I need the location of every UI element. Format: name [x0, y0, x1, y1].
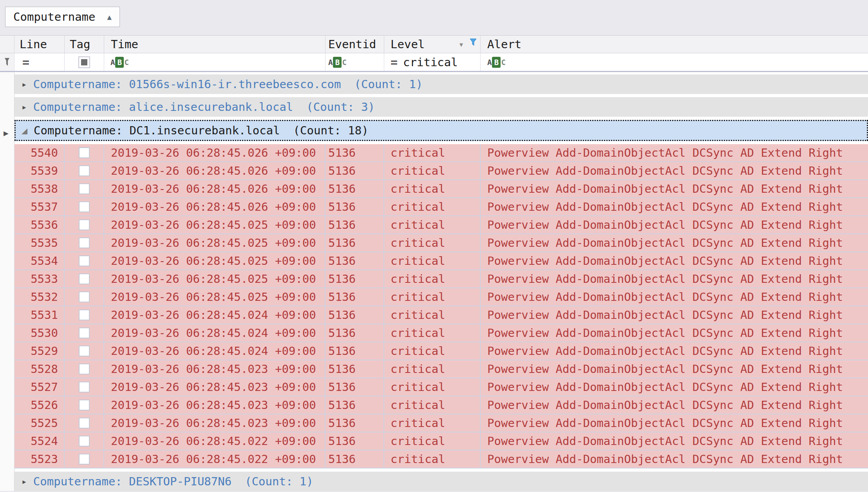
table-row[interactable]: 55232019-03-26 06:28:45.022 +09:005136cr…: [14, 450, 868, 468]
tag-checkbox[interactable]: [79, 418, 90, 429]
filter-alert-cell[interactable]: ABC: [481, 53, 868, 71]
tag-checkbox[interactable]: [79, 237, 90, 248]
cell-line: 5528: [14, 360, 65, 378]
cell-tag[interactable]: [65, 270, 104, 288]
focused-row-arrow-icon: ▶: [4, 128, 9, 138]
table-row[interactable]: 55242019-03-26 06:28:45.022 +09:005136cr…: [14, 432, 868, 450]
table-row[interactable]: 55252019-03-26 06:28:45.023 +09:005136cr…: [14, 414, 868, 432]
table-row[interactable]: 55302019-03-26 06:28:45.024 +09:005136cr…: [14, 324, 868, 342]
filter-eventid-cell[interactable]: ABC: [326, 53, 384, 71]
cell-tag[interactable]: [65, 432, 104, 450]
tag-checkbox[interactable]: [79, 291, 90, 302]
cell-time: 2019-03-26 06:28:45.026 +09:00: [104, 198, 326, 215]
table-row[interactable]: 55392019-03-26 06:28:45.026 +09:005136cr…: [14, 162, 868, 180]
tag-checkbox[interactable]: [79, 345, 90, 356]
filter-time-cell[interactable]: ABC: [104, 53, 326, 71]
cell-tag[interactable]: [65, 342, 104, 360]
cell-tag[interactable]: [65, 360, 104, 378]
table-row[interactable]: 55402019-03-26 06:28:45.026 +09:005136cr…: [14, 144, 868, 162]
group-row-threebeesco[interactable]: ▸ Computername: 01566s-win16-ir.threebee…: [14, 74, 868, 94]
tag-checkbox[interactable]: [79, 201, 90, 212]
filter-line-cell[interactable]: =: [14, 53, 65, 71]
tag-checkbox[interactable]: [79, 436, 90, 447]
column-header-alert[interactable]: Alert: [481, 36, 868, 53]
cell-eventid: 5136: [326, 144, 384, 161]
group-row-dc1-selected[interactable]: ◢ Computername: DC1.insecurebank.local (…: [14, 120, 868, 141]
abc-filter-icon[interactable]: ABC: [487, 57, 506, 68]
abc-filter-icon[interactable]: ABC: [110, 57, 129, 68]
tag-checkbox[interactable]: [79, 327, 90, 338]
cell-tag[interactable]: [65, 324, 104, 342]
group-label: Computername: 01566s-win16-ir.threebeesc…: [33, 78, 341, 91]
cell-eventid: 5136: [326, 180, 384, 197]
table-row[interactable]: 55332019-03-26 06:28:45.025 +09:005136cr…: [14, 270, 868, 288]
tag-checkbox[interactable]: [79, 273, 90, 284]
expand-collapsed-icon[interactable]: ▸: [22, 476, 27, 487]
cell-tag[interactable]: [65, 198, 104, 215]
equals-operator-icon[interactable]: =: [391, 55, 398, 69]
table-row[interactable]: 55352019-03-26 06:28:45.025 +09:005136cr…: [14, 234, 868, 252]
expand-collapsed-icon[interactable]: ▸: [22, 79, 27, 89]
equals-operator-icon[interactable]: =: [22, 55, 29, 69]
tag-checkbox[interactable]: [79, 147, 90, 158]
column-header-row: Line Tag Time Eventid Level ▼ Alert: [0, 35, 868, 53]
table-row[interactable]: 55342019-03-26 06:28:45.025 +09:005136cr…: [14, 252, 868, 270]
expand-collapsed-icon[interactable]: ▸: [22, 102, 27, 112]
cell-line: 5537: [14, 198, 65, 215]
cell-tag[interactable]: [65, 288, 104, 306]
group-row-alice[interactable]: ▸ Computername: alice.insecurebank.local…: [14, 97, 868, 117]
column-header-level[interactable]: Level ▼: [384, 36, 481, 53]
cell-alert: Powerview Add-DomainObjectAcl DCSync AD …: [481, 144, 868, 161]
column-header-time[interactable]: Time: [104, 36, 326, 53]
tag-checkbox[interactable]: [79, 400, 90, 411]
cell-tag[interactable]: [65, 234, 104, 251]
filter-level-cell[interactable]: = critical: [384, 53, 481, 71]
cell-tag[interactable]: [65, 144, 104, 161]
table-row[interactable]: 55272019-03-26 06:28:45.023 +09:005136cr…: [14, 378, 868, 396]
table-row[interactable]: 55362019-03-26 06:28:45.025 +09:005136cr…: [14, 216, 868, 234]
group-row-desktop-piu87n6[interactable]: ▸ Computername: DESKTOP-PIU87N6 (Count: …: [14, 472, 868, 491]
active-filter-funnel-icon[interactable]: [469, 36, 477, 49]
cell-time: 2019-03-26 06:28:45.023 +09:00: [104, 360, 326, 378]
table-row[interactable]: 55372019-03-26 06:28:45.026 +09:005136cr…: [14, 198, 868, 216]
table-row[interactable]: 55312019-03-26 06:28:45.024 +09:005136cr…: [14, 306, 868, 324]
column-header-eventid[interactable]: Eventid: [326, 36, 384, 53]
tag-checkbox[interactable]: [79, 165, 90, 176]
table-row[interactable]: 55322019-03-26 06:28:45.025 +09:005136cr…: [14, 288, 868, 306]
cell-tag[interactable]: [65, 162, 104, 179]
cell-tag[interactable]: [65, 378, 104, 396]
table-row[interactable]: 55382019-03-26 06:28:45.026 +09:005136cr…: [14, 180, 868, 198]
table-row[interactable]: 55292019-03-26 06:28:45.024 +09:005136cr…: [14, 342, 868, 360]
chevron-down-icon[interactable]: ▼: [459, 41, 463, 48]
tag-checkbox[interactable]: [79, 454, 90, 465]
tag-checkbox[interactable]: [79, 309, 90, 320]
cell-tag[interactable]: [65, 306, 104, 324]
cell-tag[interactable]: [65, 414, 104, 432]
cell-line: 5540: [14, 144, 65, 161]
cell-tag[interactable]: [65, 180, 104, 197]
tag-checkbox[interactable]: [79, 255, 90, 266]
tag-checkbox[interactable]: [79, 219, 90, 230]
cell-tag[interactable]: [65, 252, 104, 270]
filter-tag-cell[interactable]: [65, 53, 104, 71]
cell-tag[interactable]: [65, 216, 104, 233]
cell-eventid: 5136: [326, 234, 384, 251]
tag-checkbox[interactable]: [79, 364, 90, 374]
column-header-tag[interactable]: Tag: [65, 36, 104, 53]
column-header-line[interactable]: Line: [14, 36, 65, 53]
cell-tag[interactable]: [65, 450, 104, 468]
expand-expanded-icon[interactable]: ◢: [22, 125, 27, 136]
level-filter-value[interactable]: critical: [403, 56, 458, 69]
table-row[interactable]: 55262019-03-26 06:28:45.023 +09:005136cr…: [14, 396, 868, 414]
cell-tag[interactable]: [65, 396, 104, 414]
table-row[interactable]: 55282019-03-26 06:28:45.023 +09:005136cr…: [14, 360, 868, 378]
cell-alert: Powerview Add-DomainObjectAcl DCSync AD …: [481, 198, 868, 215]
indeterminate-checkbox-icon[interactable]: [78, 56, 90, 68]
group-by-computername-button[interactable]: Computername ▲: [5, 7, 120, 27]
tag-checkbox[interactable]: [79, 183, 90, 194]
abc-filter-icon[interactable]: ABC: [328, 57, 347, 68]
cell-line: 5530: [14, 324, 65, 342]
filter-pin-icon: [4, 57, 11, 67]
tag-checkbox[interactable]: [79, 382, 90, 393]
cell-alert: Powerview Add-DomainObjectAcl DCSync AD …: [481, 396, 868, 414]
